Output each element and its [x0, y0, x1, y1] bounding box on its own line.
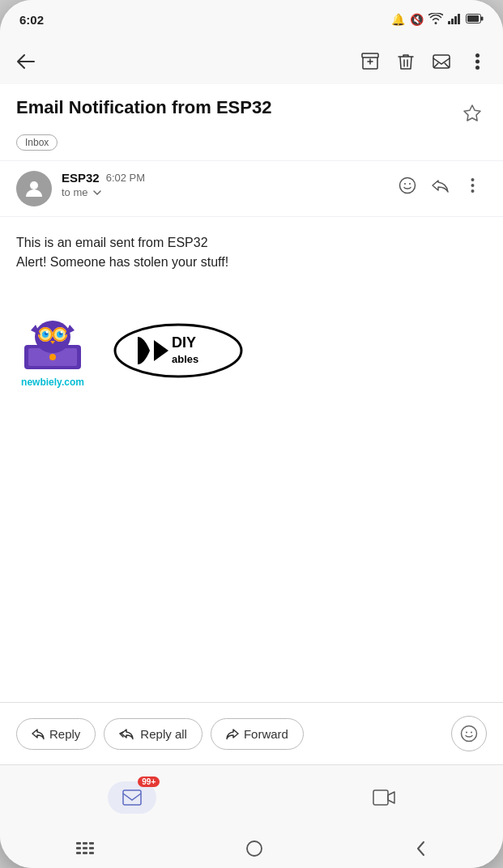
- emoji-button[interactable]: [451, 716, 487, 751]
- svg-point-36: [462, 726, 477, 742]
- sender-time: 6:02 PM: [106, 172, 145, 184]
- reply-label: Reply: [49, 727, 80, 741]
- android-menu-button[interactable]: [76, 842, 94, 855]
- status-icons: 🔔 🔇: [391, 13, 484, 27]
- svg-rect-1: [451, 19, 454, 24]
- svg-rect-0: [448, 21, 450, 24]
- video-nav-button[interactable]: [373, 789, 395, 806]
- svg-rect-40: [373, 790, 388, 805]
- svg-point-31: [46, 331, 49, 334]
- svg-rect-43: [89, 842, 94, 845]
- newbiely-logo: newbiely.com: [16, 313, 89, 388]
- svg-point-21: [49, 354, 56, 360]
- archive-button[interactable]: [354, 45, 386, 78]
- sender-more-button[interactable]: [458, 171, 487, 200]
- reply-bar: Reply Reply all Forward: [0, 702, 503, 764]
- svg-point-14: [404, 183, 406, 185]
- mute-icon: 🔇: [410, 13, 424, 26]
- battery-icon: [466, 13, 484, 26]
- svg-rect-39: [123, 790, 141, 805]
- email-subject: Email Notification from ESP32: [16, 97, 458, 118]
- newbiely-text: newbiely.com: [21, 377, 84, 388]
- svg-point-16: [471, 178, 474, 181]
- sender-actions: [393, 171, 487, 200]
- svg-point-10: [475, 60, 480, 64]
- toolbar: [0, 39, 503, 84]
- delete-button[interactable]: [390, 45, 422, 78]
- svg-point-11: [475, 66, 480, 70]
- android-nav: [0, 829, 503, 868]
- svg-text:ables: ables: [172, 353, 198, 365]
- mail-badge: 99+: [138, 777, 160, 787]
- svg-point-15: [409, 183, 411, 185]
- svg-point-38: [471, 732, 472, 734]
- sender-name: ESP32: [62, 171, 100, 185]
- alarm-icon: 🔔: [391, 13, 405, 26]
- svg-rect-50: [247, 841, 262, 856]
- svg-rect-3: [458, 14, 460, 24]
- svg-point-12: [30, 181, 38, 189]
- sender-to-button[interactable]: to me: [62, 186, 383, 198]
- email-subject-row: Email Notification from ESP32: [16, 97, 487, 128]
- mark-button[interactable]: [425, 45, 458, 78]
- svg-text:DIY: DIY: [172, 334, 196, 351]
- sender-section: ESP32 6:02 PM to me: [0, 161, 503, 216]
- svg-rect-46: [89, 847, 94, 849]
- email-body: This is an email sent from ESP32 Alert! …: [0, 217, 503, 702]
- svg-rect-49: [89, 852, 94, 854]
- sender-to-label: to me: [62, 186, 88, 198]
- email-header: Email Notification from ESP32 Inbox: [0, 84, 503, 160]
- logos-section: newbiely.com DIY ables: [16, 296, 487, 404]
- emoji-react-button[interactable]: [393, 171, 422, 200]
- svg-point-33: [115, 325, 241, 377]
- reply-button[interactable]: Reply: [16, 718, 96, 750]
- svg-point-13: [400, 178, 416, 194]
- reply-all-button[interactable]: Reply all: [104, 718, 202, 750]
- diyables-logo: DIY ables: [113, 322, 235, 379]
- status-time: 6:02: [19, 13, 44, 27]
- phone-frame: 6:02 🔔 🔇: [0, 0, 503, 868]
- forward-label: Forward: [244, 727, 288, 741]
- signal-icon: [448, 13, 461, 27]
- svg-rect-6: [481, 17, 484, 21]
- svg-rect-41: [76, 842, 81, 845]
- reply-all-label: Reply all: [140, 727, 187, 741]
- svg-rect-47: [76, 852, 81, 854]
- svg-rect-48: [83, 852, 87, 854]
- inbox-badge: Inbox: [16, 134, 58, 151]
- forward-button[interactable]: Forward: [211, 718, 304, 750]
- svg-point-18: [471, 189, 474, 193]
- svg-rect-42: [83, 842, 87, 845]
- svg-rect-45: [83, 847, 87, 849]
- sender-name-row: ESP32 6:02 PM: [62, 171, 383, 185]
- mail-nav-button[interactable]: 99+: [108, 781, 156, 814]
- svg-point-37: [466, 732, 467, 734]
- email-content: Email Notification from ESP32 Inbox ES: [0, 84, 503, 702]
- android-back-button[interactable]: [416, 840, 427, 857]
- bottom-nav: 99+: [0, 764, 503, 829]
- svg-rect-5: [467, 15, 479, 22]
- status-bar: 6:02 🔔 🔇: [0, 0, 503, 39]
- android-home-button[interactable]: [245, 840, 263, 857]
- svg-rect-44: [76, 847, 81, 849]
- reply-icon-button[interactable]: [425, 171, 454, 200]
- more-button[interactable]: [461, 45, 493, 78]
- svg-rect-2: [454, 16, 457, 24]
- svg-point-9: [475, 53, 480, 57]
- email-text: This is an email sent from ESP32 Alert! …: [16, 233, 487, 272]
- star-button[interactable]: [458, 99, 487, 128]
- svg-rect-7: [362, 53, 378, 57]
- svg-point-17: [471, 184, 474, 187]
- svg-point-32: [61, 331, 63, 334]
- sender-info: ESP32 6:02 PM to me: [62, 171, 383, 198]
- avatar: [16, 171, 52, 206]
- back-button[interactable]: [10, 45, 42, 78]
- wifi-icon: [428, 13, 443, 27]
